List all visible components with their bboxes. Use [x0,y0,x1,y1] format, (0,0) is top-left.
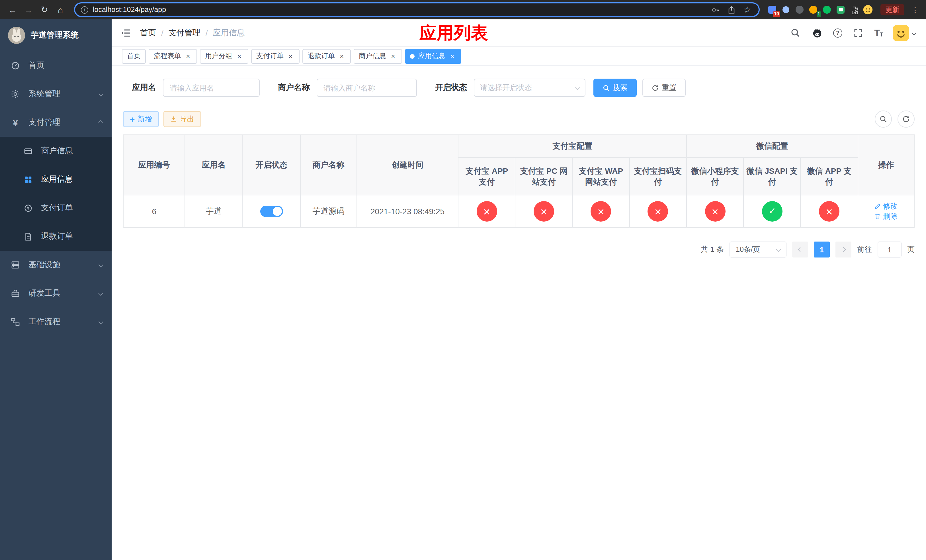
sidebar-item-label: 工作流程 [29,317,61,327]
sidebar-item-label: 研发工具 [29,288,61,298]
merchant-name-input[interactable] [317,79,417,97]
user-menu[interactable] [893,25,916,41]
search-button[interactable]: 搜索 [593,79,637,97]
extension-badge: 1 [816,11,821,17]
breadcrumb-separator [206,28,208,37]
extension-avatar-icon[interactable]: 1 [808,4,819,15]
delete-link[interactable]: 删除 [875,211,898,222]
close-icon[interactable] [389,52,397,60]
next-page-button[interactable] [835,242,851,257]
help-icon[interactable] [833,28,842,37]
browser-update-button[interactable]: 更新 [881,4,904,15]
browser-reload-button[interactable]: ↻ [38,3,51,17]
font-size-icon[interactable] [874,28,883,37]
add-button[interactable]: + 新增 [123,111,159,127]
tab-user-group[interactable]: 用户分组 [200,49,248,64]
page-info-icon[interactable]: i [81,6,88,14]
alipay-app-status-icon [477,201,497,222]
url-bar[interactable]: i localhost:1024/pay/app [74,2,760,17]
group-header-wechat: 微信配置 [687,135,858,157]
edit-link[interactable]: 修改 [875,201,898,211]
sidebar: 芋道管理系统 首页 系统管理 ¥ 支付管理 [0,20,112,560]
sidebar-item-pay[interactable]: ¥ 支付管理 [0,108,112,137]
extension-drop-icon[interactable] [780,4,791,15]
browser-menu-icon[interactable] [910,5,920,14]
status-select[interactable]: 请选择开启状态 [474,79,586,97]
chevron-down-icon [912,30,917,35]
page-content: 应用名 商户名称 开启状态 请选择开启状态 搜索 重置 [112,66,926,560]
tab-label: 应用信息 [418,51,445,61]
extension-grid-icon[interactable]: 10 [767,4,778,15]
breadcrumb-home[interactable]: 首页 [140,28,156,38]
pay-submenu: 商户信息 应用信息 支付订单 [0,137,112,251]
close-icon[interactable] [286,52,294,60]
status-toggle[interactable] [260,206,283,217]
sidebar-item-pay-order[interactable]: 支付订单 [0,194,112,222]
close-icon[interactable] [184,52,192,60]
close-icon[interactable] [338,52,346,60]
browser-home-button[interactable]: ⌂ [53,3,67,17]
app-shell: 芋道管理系统 首页 系统管理 ¥ 支付管理 [0,20,926,560]
browser-back-button[interactable]: ← [6,3,20,17]
chevron-down-icon [575,85,580,90]
chevron-down-icon [98,291,103,296]
close-icon[interactable] [235,52,243,60]
share-icon[interactable] [726,4,737,15]
col-header-created: 创建时间 [357,135,458,195]
refresh-table-button[interactable] [897,110,915,128]
navbar-actions [789,25,916,41]
browser-forward-button[interactable]: → [22,3,35,17]
app-name-input[interactable] [163,79,260,97]
page-number-button[interactable]: 1 [814,242,830,257]
tab-pay-order[interactable]: 支付订单 [251,49,300,64]
profile-avatar-icon[interactable] [862,4,874,15]
password-key-icon[interactable] [710,4,721,15]
server-icon [10,260,21,270]
add-button-label: 新增 [138,114,152,124]
sidebar-item-workflow[interactable]: 工作流程 [0,308,112,336]
logo-avatar [8,27,25,44]
search-button-label: 搜索 [613,83,628,93]
page-size-select[interactable]: 10条/页 [729,242,787,257]
filter-form: 应用名 商户名称 开启状态 请选择开启状态 搜索 重置 [132,79,915,97]
tab-merchant-info[interactable]: 商户信息 [354,49,402,64]
sidebar-item-infra[interactable]: 基础设施 [0,251,112,279]
search-icon[interactable] [789,26,801,39]
chevron-up-icon [98,120,103,125]
sidebar-item-merchant-info[interactable]: 商户信息 [0,137,112,165]
reset-button[interactable]: 重置 [642,79,686,97]
tab-flow-form[interactable]: 流程表单 [149,49,197,64]
tab-refund-order[interactable]: 退款订单 [303,49,351,64]
chat-extension-icon[interactable] [835,4,846,15]
prev-page-button[interactable] [792,242,808,257]
sidebar-item-home[interactable]: 首页 [0,51,112,80]
page-size-value: 10条/页 [736,245,760,254]
chevron-down-icon [776,247,781,252]
chevron-down-icon [98,92,103,97]
cell-merchant: 芋道源码 [300,195,357,228]
extension-dark-icon[interactable] [794,4,805,15]
sidebar-collapse-icon[interactable] [120,26,132,39]
breadcrumb-pay[interactable]: 支付管理 [169,28,200,38]
export-button[interactable]: 导出 [163,111,201,127]
bookmark-star-icon[interactable] [741,4,753,15]
close-icon[interactable] [448,52,456,60]
sidebar-item-app-info[interactable]: 应用信息 [0,165,112,194]
tab-home[interactable]: 首页 [122,49,146,64]
fullscreen-icon[interactable] [852,26,864,39]
extensions-puzzle-icon[interactable] [849,4,860,15]
app-logo[interactable]: 芋道管理系统 [0,20,112,51]
sidebar-item-devtools[interactable]: 研发工具 [0,279,112,308]
wechat-devtools-icon[interactable] [821,4,832,15]
sidebar-item-refund-order[interactable]: 退款订单 [0,222,112,251]
github-icon[interactable] [811,26,823,39]
merchant-name-label: 商户名称 [278,83,310,93]
app-title: 芋道管理系统 [31,30,79,41]
tab-app-info[interactable]: 应用信息 [405,49,461,64]
col-header-name: 应用名 [185,135,242,195]
cell-id: 6 [123,195,185,228]
sidebar-item-system[interactable]: 系统管理 [0,80,112,108]
toggle-search-button[interactable] [875,110,892,128]
table-toolbar: + 新增 导出 [123,110,915,128]
goto-page-input[interactable] [878,242,902,257]
